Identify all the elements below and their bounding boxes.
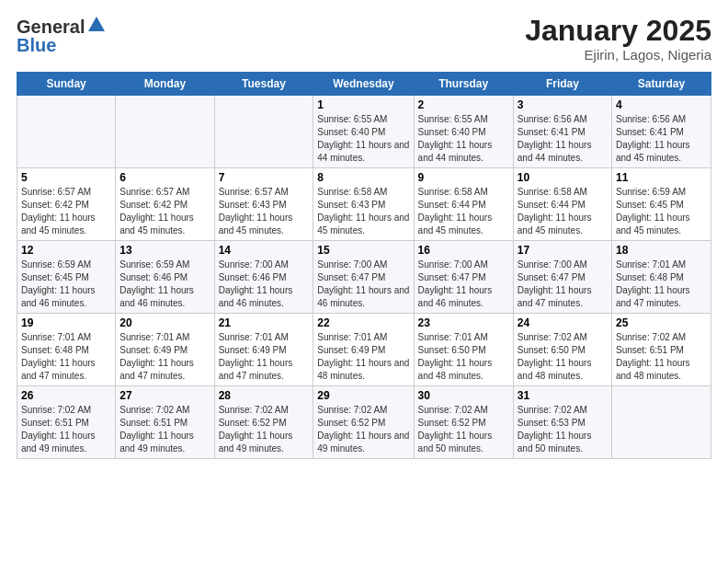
calendar-week-row: 1Sunrise: 6:55 AMSunset: 6:40 PMDaylight… bbox=[17, 96, 711, 168]
day-of-week-header: Monday bbox=[116, 73, 214, 96]
main-title: January 2025 bbox=[525, 15, 711, 47]
day-info: Sunrise: 6:55 AMSunset: 6:40 PMDaylight:… bbox=[317, 113, 409, 165]
day-of-week-header: Sunday bbox=[17, 73, 116, 96]
calendar-week-row: 19Sunrise: 7:01 AMSunset: 6:48 PMDayligh… bbox=[17, 314, 711, 386]
day-number: 20 bbox=[119, 316, 210, 329]
calendar-day-cell: 14Sunrise: 7:00 AMSunset: 6:46 PMDayligh… bbox=[214, 241, 313, 314]
day-info: Sunrise: 7:02 AMSunset: 6:52 PMDaylight:… bbox=[418, 404, 509, 455]
calendar-day-cell: 12Sunrise: 6:59 AMSunset: 6:45 PMDayligh… bbox=[17, 241, 116, 314]
calendar-day-cell: 21Sunrise: 7:01 AMSunset: 6:49 PMDayligh… bbox=[214, 314, 313, 386]
page: General Blue January 2025 Ejirin, Lagos,… bbox=[0, 0, 728, 563]
day-number: 12 bbox=[21, 244, 111, 257]
calendar-week-row: 26Sunrise: 7:02 AMSunset: 6:51 PMDayligh… bbox=[17, 386, 711, 459]
day-number: 28 bbox=[219, 389, 310, 402]
calendar-day-cell: 25Sunrise: 7:02 AMSunset: 6:51 PMDayligh… bbox=[611, 314, 711, 386]
day-info: Sunrise: 7:02 AMSunset: 6:53 PMDaylight:… bbox=[518, 404, 608, 455]
day-number: 7 bbox=[219, 171, 310, 184]
day-number: 11 bbox=[616, 171, 707, 184]
calendar-day-cell bbox=[17, 96, 116, 168]
day-of-week-header: Saturday bbox=[611, 73, 711, 96]
day-info: Sunrise: 7:01 AMSunset: 6:48 PMDaylight:… bbox=[616, 259, 707, 310]
day-number: 29 bbox=[317, 389, 409, 402]
calendar-day-cell: 2Sunrise: 6:55 AMSunset: 6:40 PMDaylight… bbox=[414, 96, 513, 168]
day-of-week-header: Wednesday bbox=[313, 73, 414, 96]
day-number: 5 bbox=[21, 171, 111, 184]
calendar-week-row: 5Sunrise: 6:57 AMSunset: 6:42 PMDaylight… bbox=[17, 168, 711, 241]
calendar-day-cell: 4Sunrise: 6:56 AMSunset: 6:41 PMDaylight… bbox=[611, 96, 711, 168]
calendar-day-cell: 5Sunrise: 6:57 AMSunset: 6:42 PMDaylight… bbox=[17, 168, 116, 241]
calendar-day-cell: 3Sunrise: 6:56 AMSunset: 6:41 PMDaylight… bbox=[513, 96, 611, 168]
calendar-day-cell: 10Sunrise: 6:58 AMSunset: 6:44 PMDayligh… bbox=[513, 168, 611, 241]
calendar-day-cell: 11Sunrise: 6:59 AMSunset: 6:45 PMDayligh… bbox=[611, 168, 711, 241]
day-info: Sunrise: 6:58 AMSunset: 6:43 PMDaylight:… bbox=[317, 186, 409, 237]
day-info: Sunrise: 7:00 AMSunset: 6:47 PMDaylight:… bbox=[518, 259, 608, 310]
day-number: 10 bbox=[518, 171, 608, 184]
day-info: Sunrise: 6:59 AMSunset: 6:45 PMDaylight:… bbox=[21, 259, 111, 310]
day-info: Sunrise: 6:57 AMSunset: 6:43 PMDaylight:… bbox=[219, 186, 310, 237]
calendar-day-cell: 29Sunrise: 7:02 AMSunset: 6:52 PMDayligh… bbox=[313, 386, 414, 459]
calendar-day-cell: 7Sunrise: 6:57 AMSunset: 6:43 PMDaylight… bbox=[214, 168, 313, 241]
day-number: 9 bbox=[418, 171, 509, 184]
day-of-week-header: Friday bbox=[513, 73, 611, 96]
calendar-day-cell: 17Sunrise: 7:00 AMSunset: 6:47 PMDayligh… bbox=[513, 241, 611, 314]
day-number: 4 bbox=[616, 98, 707, 111]
day-number: 31 bbox=[518, 389, 608, 402]
calendar-day-cell: 20Sunrise: 7:01 AMSunset: 6:49 PMDayligh… bbox=[116, 314, 214, 386]
day-info: Sunrise: 7:02 AMSunset: 6:51 PMDaylight:… bbox=[21, 404, 111, 455]
svg-marker-0 bbox=[88, 17, 105, 31]
day-number: 18 bbox=[616, 244, 707, 257]
day-info: Sunrise: 6:58 AMSunset: 6:44 PMDaylight:… bbox=[518, 186, 608, 237]
day-info: Sunrise: 7:02 AMSunset: 6:50 PMDaylight:… bbox=[518, 331, 608, 383]
day-number: 27 bbox=[119, 389, 210, 402]
day-number: 23 bbox=[418, 316, 509, 329]
day-number: 14 bbox=[219, 244, 310, 257]
day-of-week-header: Tuesday bbox=[214, 73, 313, 96]
day-number: 22 bbox=[317, 316, 409, 329]
calendar-day-cell: 13Sunrise: 6:59 AMSunset: 6:46 PMDayligh… bbox=[116, 241, 214, 314]
day-info: Sunrise: 7:02 AMSunset: 6:51 PMDaylight:… bbox=[119, 404, 210, 455]
logo: General Blue bbox=[17, 15, 108, 56]
calendar-day-cell: 18Sunrise: 7:01 AMSunset: 6:48 PMDayligh… bbox=[611, 241, 711, 314]
day-info: Sunrise: 6:58 AMSunset: 6:44 PMDaylight:… bbox=[418, 186, 509, 237]
day-number: 1 bbox=[317, 98, 409, 111]
calendar-day-cell: 1Sunrise: 6:55 AMSunset: 6:40 PMDaylight… bbox=[313, 96, 414, 168]
day-number: 2 bbox=[418, 98, 509, 111]
calendar-day-cell: 24Sunrise: 7:02 AMSunset: 6:50 PMDayligh… bbox=[513, 314, 611, 386]
calendar-day-cell: 31Sunrise: 7:02 AMSunset: 6:53 PMDayligh… bbox=[513, 386, 611, 459]
day-number: 21 bbox=[219, 316, 310, 329]
calendar-day-cell: 27Sunrise: 7:02 AMSunset: 6:51 PMDayligh… bbox=[116, 386, 214, 459]
calendar-day-cell bbox=[116, 96, 214, 168]
day-number: 6 bbox=[119, 171, 210, 184]
day-info: Sunrise: 7:01 AMSunset: 6:50 PMDaylight:… bbox=[418, 331, 509, 383]
title-block: January 2025 Ejirin, Lagos, Nigeria bbox=[525, 15, 711, 63]
day-info: Sunrise: 6:59 AMSunset: 6:46 PMDaylight:… bbox=[119, 259, 210, 310]
calendar-day-cell: 6Sunrise: 6:57 AMSunset: 6:42 PMDaylight… bbox=[116, 168, 214, 241]
calendar-day-cell: 16Sunrise: 7:00 AMSunset: 6:47 PMDayligh… bbox=[414, 241, 513, 314]
day-number: 3 bbox=[518, 98, 608, 111]
day-number: 24 bbox=[518, 316, 608, 329]
day-number: 19 bbox=[21, 316, 111, 329]
calendar-day-cell bbox=[611, 386, 711, 459]
day-number: 25 bbox=[616, 316, 707, 329]
day-info: Sunrise: 7:00 AMSunset: 6:46 PMDaylight:… bbox=[219, 259, 310, 310]
calendar-week-row: 12Sunrise: 6:59 AMSunset: 6:45 PMDayligh… bbox=[17, 241, 711, 314]
calendar-day-cell: 26Sunrise: 7:02 AMSunset: 6:51 PMDayligh… bbox=[17, 386, 116, 459]
calendar-day-cell: 9Sunrise: 6:58 AMSunset: 6:44 PMDaylight… bbox=[414, 168, 513, 241]
day-info: Sunrise: 6:57 AMSunset: 6:42 PMDaylight:… bbox=[119, 186, 210, 237]
logo-icon bbox=[86, 15, 107, 39]
day-info: Sunrise: 7:00 AMSunset: 6:47 PMDaylight:… bbox=[317, 259, 409, 310]
day-info: Sunrise: 6:55 AMSunset: 6:40 PMDaylight:… bbox=[418, 113, 509, 165]
day-number: 15 bbox=[317, 244, 409, 257]
calendar-day-cell: 8Sunrise: 6:58 AMSunset: 6:43 PMDaylight… bbox=[313, 168, 414, 241]
day-info: Sunrise: 7:02 AMSunset: 6:51 PMDaylight:… bbox=[616, 331, 707, 383]
day-info: Sunrise: 6:59 AMSunset: 6:45 PMDaylight:… bbox=[616, 186, 707, 237]
day-number: 13 bbox=[119, 244, 210, 257]
day-info: Sunrise: 6:56 AMSunset: 6:41 PMDaylight:… bbox=[616, 113, 707, 165]
day-of-week-header: Thursday bbox=[414, 73, 513, 96]
day-info: Sunrise: 7:02 AMSunset: 6:52 PMDaylight:… bbox=[317, 404, 409, 455]
day-number: 17 bbox=[518, 244, 608, 257]
day-info: Sunrise: 7:01 AMSunset: 6:49 PMDaylight:… bbox=[119, 331, 210, 383]
day-number: 16 bbox=[418, 244, 509, 257]
calendar-day-cell: 23Sunrise: 7:01 AMSunset: 6:50 PMDayligh… bbox=[414, 314, 513, 386]
day-info: Sunrise: 6:57 AMSunset: 6:42 PMDaylight:… bbox=[21, 186, 111, 237]
